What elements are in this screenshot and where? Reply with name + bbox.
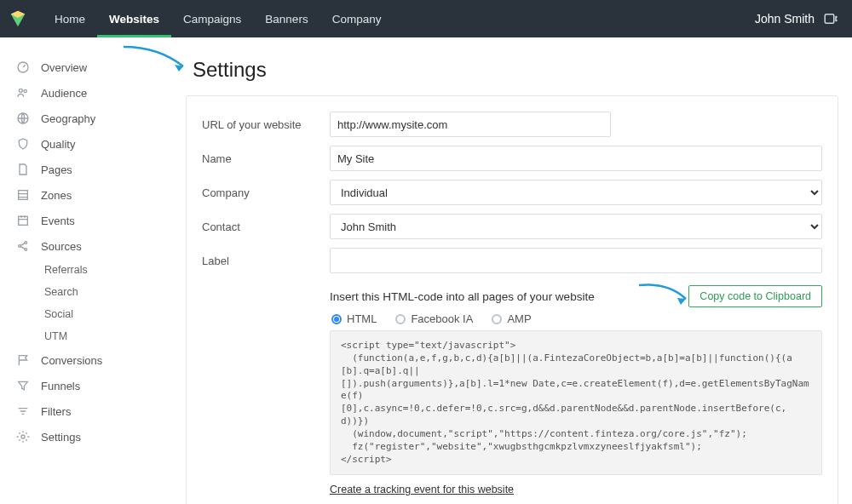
radio-dot-icon	[331, 314, 342, 324]
code-format-tabs: HTML Facebook IA AMP	[330, 312, 822, 325]
sidebar-label: Audience	[41, 87, 87, 100]
tracking-code-box[interactable]: <script type="text/javascript"> (functio…	[330, 330, 822, 475]
label-input[interactable]	[330, 248, 822, 273]
sidebar-label: Pages	[41, 163, 72, 176]
sidebar-item-quality[interactable]: Quality	[0, 131, 179, 157]
sidebar-item-conversions[interactable]: Conversions	[0, 347, 179, 373]
user-menu-icon	[823, 11, 838, 26]
sidebar-label: Social	[44, 308, 73, 320]
nav-company[interactable]: Company	[320, 0, 394, 37]
create-tracking-event-link[interactable]: Create a tracking event for this website	[330, 484, 514, 495]
sidebar-label: Quality	[41, 138, 75, 151]
funnel-icon	[15, 378, 31, 393]
gear-icon	[15, 429, 31, 444]
company-label: Company	[202, 186, 330, 199]
code-tab-label: Facebook IA	[411, 312, 473, 325]
svg-rect-0	[825, 14, 834, 24]
sidebar-item-funnels[interactable]: Funnels	[0, 373, 179, 398]
code-header: Insert this HTML-code into all pages of …	[330, 290, 595, 303]
code-tab-facebook-ia[interactable]: Facebook IA	[395, 312, 473, 325]
svg-rect-6	[19, 216, 28, 225]
sidebar-label: Filters	[41, 405, 71, 418]
globe-icon	[15, 111, 31, 126]
sidebar-item-geography[interactable]: Geography	[0, 106, 179, 131]
sidebar-item-settings[interactable]: Settings	[0, 424, 179, 450]
app-logo	[9, 9, 27, 28]
sidebar-item-filters[interactable]: Filters	[0, 398, 179, 424]
svg-point-7	[19, 245, 21, 248]
topbar: Home Websites Campaigns Banners Company …	[0, 0, 852, 37]
people-icon	[15, 85, 31, 100]
contact-label: Contact	[202, 220, 330, 233]
sidebar-label: Conversions	[41, 354, 102, 367]
sidebar-label: Overview	[41, 61, 87, 74]
share-icon	[15, 238, 31, 254]
sidebar-item-social[interactable]: Social	[0, 303, 179, 325]
sidebar-item-overview[interactable]: Overview	[0, 54, 179, 80]
svg-point-8	[25, 242, 27, 244]
nav-home[interactable]: Home	[43, 0, 97, 37]
sidebar-label: Funnels	[41, 380, 80, 392]
user-menu[interactable]: John Smith	[755, 11, 838, 26]
nav-websites[interactable]: Websites	[97, 0, 171, 37]
sidebar-item-events[interactable]: Events	[0, 208, 179, 233]
page-title: Settings	[193, 58, 838, 82]
code-tab-label: AMP	[507, 312, 531, 325]
radio-dot-icon	[395, 314, 406, 324]
sidebar-item-search[interactable]: Search	[0, 281, 179, 303]
code-tab-label: HTML	[347, 312, 377, 325]
sidebar-item-audience[interactable]: Audience	[0, 80, 179, 106]
nav-banners[interactable]: Banners	[253, 0, 320, 37]
copy-code-button[interactable]: Copy code to Clipboard	[688, 285, 822, 307]
sidebar-label: Search	[44, 286, 78, 298]
radio-dot-icon	[492, 314, 502, 324]
settings-card: URL of your website Name Company Individ…	[186, 95, 838, 504]
contact-select[interactable]: John Smith	[330, 214, 822, 239]
svg-rect-5	[19, 191, 28, 200]
sidebar-label: Referrals	[44, 264, 88, 276]
sidebar-item-utm[interactable]: UTM	[0, 325, 179, 347]
code-tab-html[interactable]: HTML	[331, 312, 377, 325]
svg-point-10	[21, 435, 25, 438]
svg-point-3	[24, 89, 26, 92]
sidebar-item-sources[interactable]: Sources	[0, 233, 179, 259]
svg-point-9	[25, 249, 27, 251]
sidebar: Overview Audience Geography Quality Page…	[0, 37, 179, 504]
filter-icon	[15, 404, 31, 419]
user-name-label: John Smith	[755, 12, 815, 26]
page-icon	[15, 162, 31, 177]
sidebar-label: Geography	[41, 112, 95, 125]
sidebar-item-zones[interactable]: Zones	[0, 182, 179, 208]
sidebar-item-pages[interactable]: Pages	[0, 157, 179, 182]
flag-icon	[15, 352, 31, 368]
top-nav: Home Websites Campaigns Banners Company	[43, 0, 393, 37]
code-tab-amp[interactable]: AMP	[492, 312, 531, 325]
content-area: Settings URL of your website Name Compan…	[179, 37, 852, 504]
calendar-icon	[15, 213, 31, 228]
sidebar-label: Events	[41, 215, 75, 227]
sidebar-label: Zones	[41, 189, 72, 202]
url-label: URL of your website	[202, 118, 330, 131]
label-label: Label	[202, 255, 330, 267]
nav-campaigns[interactable]: Campaigns	[171, 0, 253, 37]
sidebar-label: Sources	[41, 240, 82, 253]
gauge-icon	[15, 60, 31, 75]
name-input[interactable]	[330, 146, 822, 171]
grid-icon	[15, 187, 31, 203]
company-select[interactable]: Individual	[330, 180, 822, 205]
sidebar-item-referrals[interactable]: Referrals	[0, 259, 179, 281]
shield-icon	[15, 136, 31, 152]
sidebar-label: Settings	[41, 431, 81, 444]
svg-point-2	[19, 89, 22, 92]
url-input[interactable]	[330, 112, 611, 137]
sidebar-label: UTM	[44, 330, 67, 342]
name-label: Name	[202, 152, 330, 165]
